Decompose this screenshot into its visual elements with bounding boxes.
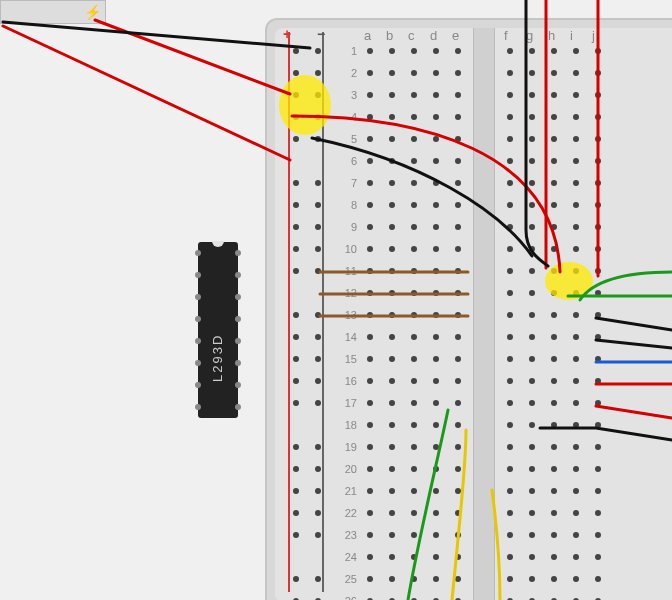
tie-hole[interactable]: [573, 202, 579, 208]
tie-hole[interactable]: [507, 576, 513, 582]
tie-hole[interactable]: [595, 488, 601, 494]
tie-hole[interactable]: [507, 422, 513, 428]
rail-hole[interactable]: [315, 510, 321, 516]
tie-hole[interactable]: [367, 532, 373, 538]
tie-hole[interactable]: [529, 92, 535, 98]
tie-hole[interactable]: [367, 554, 373, 560]
tie-hole[interactable]: [433, 92, 439, 98]
tie-hole[interactable]: [573, 246, 579, 252]
tie-hole[interactable]: [455, 48, 461, 54]
tie-hole[interactable]: [455, 114, 461, 120]
tie-hole[interactable]: [529, 268, 535, 274]
tie-hole[interactable]: [529, 334, 535, 340]
tie-hole[interactable]: [433, 466, 439, 472]
rail-hole[interactable]: [293, 532, 299, 538]
tie-hole[interactable]: [573, 488, 579, 494]
tie-hole[interactable]: [595, 554, 601, 560]
tie-hole[interactable]: [367, 202, 373, 208]
tie-hole[interactable]: [389, 400, 395, 406]
tie-hole[interactable]: [433, 334, 439, 340]
tie-hole[interactable]: [455, 532, 461, 538]
tie-hole[interactable]: [573, 444, 579, 450]
tie-hole[interactable]: [529, 312, 535, 318]
tie-hole[interactable]: [595, 224, 601, 230]
tie-hole[interactable]: [389, 114, 395, 120]
tie-hole[interactable]: [507, 136, 513, 142]
tie-hole[interactable]: [389, 92, 395, 98]
tie-hole[interactable]: [595, 290, 601, 296]
tie-hole[interactable]: [389, 312, 395, 318]
tie-hole[interactable]: [529, 48, 535, 54]
tie-hole[interactable]: [433, 488, 439, 494]
tie-hole[interactable]: [551, 312, 557, 318]
tie-hole[interactable]: [411, 70, 417, 76]
tie-hole[interactable]: [507, 48, 513, 54]
tie-hole[interactable]: [389, 202, 395, 208]
tie-hole[interactable]: [551, 444, 557, 450]
tie-hole[interactable]: [367, 70, 373, 76]
tie-hole[interactable]: [455, 180, 461, 186]
tie-hole[interactable]: [551, 356, 557, 362]
tie-hole[interactable]: [455, 422, 461, 428]
tie-hole[interactable]: [573, 114, 579, 120]
tie-hole[interactable]: [507, 114, 513, 120]
tie-hole[interactable]: [529, 180, 535, 186]
tie-hole[interactable]: [455, 268, 461, 274]
tie-hole[interactable]: [529, 356, 535, 362]
tie-hole[interactable]: [389, 444, 395, 450]
tie-hole[interactable]: [455, 356, 461, 362]
tie-hole[interactable]: [595, 532, 601, 538]
tie-hole[interactable]: [529, 400, 535, 406]
tie-hole[interactable]: [433, 114, 439, 120]
rail-hole[interactable]: [293, 356, 299, 362]
tie-hole[interactable]: [507, 70, 513, 76]
tie-hole[interactable]: [411, 444, 417, 450]
rail-hole[interactable]: [315, 378, 321, 384]
tie-hole[interactable]: [411, 488, 417, 494]
tie-hole[interactable]: [529, 290, 535, 296]
tie-hole[interactable]: [367, 334, 373, 340]
tie-hole[interactable]: [389, 158, 395, 164]
rail-hole[interactable]: [315, 48, 321, 54]
tie-hole[interactable]: [367, 92, 373, 98]
tie-hole[interactable]: [551, 532, 557, 538]
tie-hole[interactable]: [551, 158, 557, 164]
tie-hole[interactable]: [551, 466, 557, 472]
tie-hole[interactable]: [411, 202, 417, 208]
tie-hole[interactable]: [455, 202, 461, 208]
tie-hole[interactable]: [433, 48, 439, 54]
tie-hole[interactable]: [595, 246, 601, 252]
tie-hole[interactable]: [433, 246, 439, 252]
tie-hole[interactable]: [411, 466, 417, 472]
tie-hole[interactable]: [455, 444, 461, 450]
tie-hole[interactable]: [573, 158, 579, 164]
tie-hole[interactable]: [595, 356, 601, 362]
tie-hole[interactable]: [455, 554, 461, 560]
tie-hole[interactable]: [367, 400, 373, 406]
tie-hole[interactable]: [433, 180, 439, 186]
tie-hole[interactable]: [433, 268, 439, 274]
tie-hole[interactable]: [507, 554, 513, 560]
tie-hole[interactable]: [389, 224, 395, 230]
tie-hole[interactable]: [455, 488, 461, 494]
tie-hole[interactable]: [551, 488, 557, 494]
tie-hole[interactable]: [389, 510, 395, 516]
tie-hole[interactable]: [367, 312, 373, 318]
tie-hole[interactable]: [551, 114, 557, 120]
tie-hole[interactable]: [573, 334, 579, 340]
tie-hole[interactable]: [595, 136, 601, 142]
tie-hole[interactable]: [389, 268, 395, 274]
tie-hole[interactable]: [411, 422, 417, 428]
tie-hole[interactable]: [455, 290, 461, 296]
tie-hole[interactable]: [433, 532, 439, 538]
tie-hole[interactable]: [411, 158, 417, 164]
rail-hole[interactable]: [315, 224, 321, 230]
tie-hole[interactable]: [595, 180, 601, 186]
tie-hole[interactable]: [551, 422, 557, 428]
tie-hole[interactable]: [367, 136, 373, 142]
rail-hole[interactable]: [315, 466, 321, 472]
tie-hole[interactable]: [455, 400, 461, 406]
rail-hole[interactable]: [315, 246, 321, 252]
tie-hole[interactable]: [529, 532, 535, 538]
tie-hole[interactable]: [551, 576, 557, 582]
